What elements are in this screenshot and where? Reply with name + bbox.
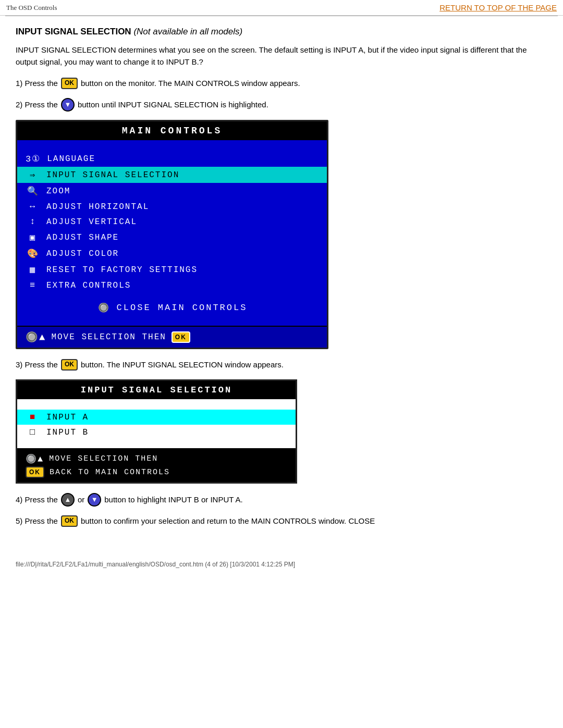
osd-item-input-a: ■ INPUT A [17,410,296,425]
input-signal-osd-bottom: 🔘▲ MOVE SELECTION THEN OK BACK TO MAIN C… [17,448,296,482]
adj-color-icon: 🎨 [26,248,40,259]
osd-title: MAIN CONTROLS [17,121,327,140]
osd-item-language: 3① LANGUAGE [17,151,327,167]
osd-item-reset: ▦ RESET TO FACTORY SETTINGS [17,262,327,278]
ok-button-inline-1: OK [61,78,78,89]
footer: file:///D|/rita/LF2/LF2/LFa1/multi_manua… [0,557,563,572]
input-signal-osd-title: INPUT SIGNAL SELECTION [17,381,296,399]
close-icon: 🔘 [97,302,112,313]
intro-text: INPUT SIGNAL SELECTION determines what y… [16,44,547,68]
ok-button-inline-3: OK [61,515,78,527]
input-a-icon: ■ [26,412,40,422]
main-controls-osd: MAIN CONTROLS 3① LANGUAGE ⇒ INPUT SIGNAL… [16,120,328,349]
osd-item-input-signal: ⇒ INPUT SIGNAL SELECTION [17,167,327,183]
adj-shape-icon: ▣ [26,232,40,243]
osd2-move-row: 🔘▲ MOVE SELECTION THEN [26,453,158,464]
step-3: 3) Press the OK button. The INPUT SIGNAL… [16,359,547,371]
step-4: 4) Press the ▲ or ▼ button to highlight … [16,493,547,507]
move-sel-icon-2: 🔘▲ [26,453,44,464]
osd-body: 3① LANGUAGE ⇒ INPUT SIGNAL SELECTION 🔍 Z… [17,140,327,326]
step-5: 5) Press the OK button to confirm your s… [16,515,547,527]
extra-controls-icon: ≡ [26,280,40,290]
section-title-note: (Not available in all models) [133,27,242,36]
osd-spacer-top [17,145,327,151]
zoom-icon: 🔍 [26,186,40,196]
osd-bottom-bar: 🔘▲ MOVE SELECTION THEN OK [17,326,327,348]
move-sel-icon: 🔘▲ [26,331,46,343]
input-signal-osd: INPUT SIGNAL SELECTION ■ INPUT A □ INPUT… [16,379,297,484]
osd2-spacer-bot [17,440,296,445]
ok-button-inline-2: OK [61,359,78,371]
osd-item-adj-color: 🎨 ADJUST COLOR [17,245,327,262]
step-2: 2) Press the ▼ button until INPUT SIGNAL… [16,98,547,112]
ok-btn-osd2: OK [26,466,44,478]
osd2-back-row: OK BACK TO MAIN CONTROLS [26,466,170,478]
reset-icon: ▦ [26,264,40,275]
top-bar: The OSD Controls RETURN TO TOP OF THE PA… [0,0,563,16]
adj-horiz-icon: ↔ [26,202,40,212]
input-b-icon: □ [26,427,40,437]
arrow-up-btn: ▲ [61,493,75,507]
osd-item-adj-horiz: ↔ ADJUST HORIZONTAL [17,199,327,214]
adj-vert-icon: ↕ [26,217,40,227]
osd-item-adj-shape: ▣ ADJUST SHAPE [17,229,327,245]
language-icon: 3① [26,153,41,164]
step-1: 1) Press the OK button on the monitor. T… [16,77,547,90]
section-title: INPUT SIGNAL SELECTION (Not available in… [16,27,547,37]
osd-item-zoom: 🔍 ZOOM [17,183,327,199]
osd-close-row: 🔘 CLOSE MAIN CONTROLS [17,298,327,317]
input-signal-osd-body: ■ INPUT A □ INPUT B [17,399,296,448]
return-to-top-link[interactable]: RETURN TO TOP OF THE PAGE [439,3,557,12]
osd-item-extra: ≡ EXTRA CONTROLS [17,278,327,293]
osd-spacer-bot [17,317,327,323]
ok-btn-osd: OK [172,331,190,343]
arrow-down-btn-2: ▼ [88,493,101,507]
arrow-down-btn-1: ▼ [61,98,75,112]
osd2-spacer-top [17,404,296,410]
input-signal-icon: ⇒ [26,169,40,180]
page-title: The OSD Controls [6,4,57,12]
main-content: INPUT SIGNAL SELECTION (Not available in… [0,16,563,546]
osd-item-input-b: □ INPUT B [17,425,296,440]
osd-item-adj-vert: ↕ ADJUST VERTICAL [17,214,327,229]
osd-spacer-mid [17,293,327,298]
